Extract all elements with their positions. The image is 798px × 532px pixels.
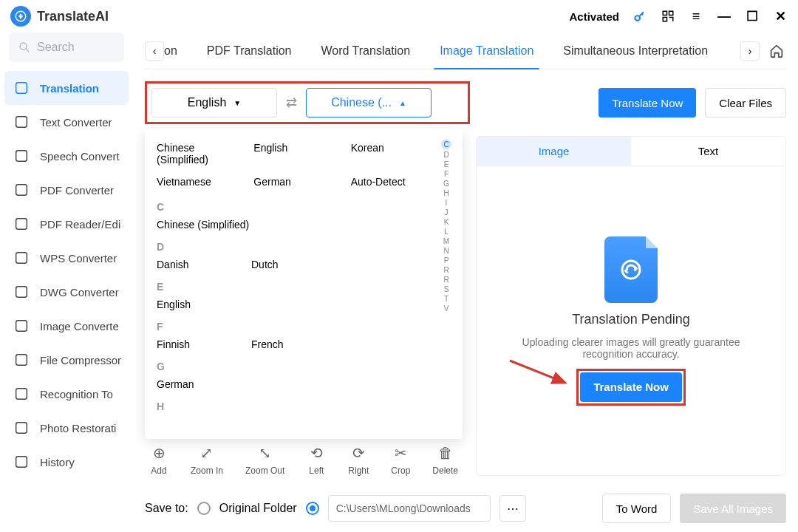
tab-tion[interactable]: tion [164, 33, 192, 69]
to-word-button[interactable]: To Word [602, 494, 672, 523]
sidebar-icon [13, 352, 30, 368]
sidebar-item-image-converte[interactable]: Image Converte [4, 309, 129, 343]
qr-icon[interactable] [661, 9, 675, 24]
translate-now-cta[interactable]: Translate Now [580, 372, 682, 402]
sidebar-item-photo-restorati[interactable]: Photo Restorati [4, 411, 129, 445]
tool-add[interactable]: ⊕Add [149, 443, 168, 476]
tab-simultaneous-interpretation[interactable]: Simultaneous Interpretation [548, 33, 723, 69]
minimize-icon[interactable]: — [717, 9, 732, 24]
index-letter[interactable]: I [446, 199, 448, 207]
swap-icon[interactable]: ⇄ [286, 95, 297, 111]
index-letter[interactable]: J [445, 208, 449, 216]
index-letter[interactable]: H [443, 189, 449, 197]
key-icon[interactable] [632, 9, 647, 24]
index-letter[interactable]: C [441, 139, 451, 149]
browse-button[interactable]: ⋯ [499, 495, 526, 522]
subtab-image[interactable]: Image [477, 137, 631, 166]
tool-zoom-out[interactable]: ⤡Zoom Out [245, 443, 284, 476]
translate-now-button[interactable]: Translate Now [598, 88, 696, 117]
tabs-prev[interactable]: ‹ [145, 41, 164, 61]
home-icon[interactable] [767, 41, 786, 61]
zoom-out-icon: ⤡ [256, 443, 275, 463]
lang-option[interactable]: English [253, 139, 343, 168]
tool-right[interactable]: ⟳Right [348, 443, 369, 476]
sidebar-item-text-converter[interactable]: Text Converter [4, 105, 129, 139]
index-letter[interactable]: F [444, 170, 449, 178]
lang-option[interactable]: French [251, 335, 346, 353]
group-letter: D [157, 241, 440, 253]
tool-left[interactable]: ⟲Left [307, 443, 326, 476]
sidebar-item-recognition-to[interactable]: Recognition To [4, 377, 129, 411]
sidebar-item-translation[interactable]: Translation [4, 71, 129, 105]
sidebar-item-wps-converter[interactable]: WPS Converter [4, 241, 129, 275]
maximize-icon[interactable]: ☐ [745, 9, 760, 24]
tab-image-translation[interactable]: Image Translation [425, 33, 548, 69]
svg-rect-14 [16, 355, 27, 366]
index-letter[interactable]: R [443, 276, 449, 284]
search-input[interactable]: Search [9, 33, 124, 62]
lang-option[interactable]: Auto-Detect [351, 173, 440, 191]
tool-delete[interactable]: 🗑Delete [432, 443, 458, 476]
add-icon: ⊕ [149, 443, 168, 463]
sidebar-item-speech-convert[interactable]: Speech Convert [4, 139, 129, 173]
index-letter[interactable]: T [444, 295, 449, 303]
index-letter[interactable]: L [444, 228, 449, 236]
svg-point-5 [20, 43, 27, 50]
lang-option[interactable]: Chinese (Simplified) [157, 216, 251, 233]
menu-icon[interactable]: ≡ [689, 9, 703, 24]
lang-option[interactable]: Korean [351, 139, 440, 168]
sidebar-item-history[interactable]: History [4, 445, 129, 479]
index-letter[interactable]: S [444, 285, 449, 293]
left-icon: ⟲ [307, 443, 326, 463]
index-letter[interactable]: N [443, 247, 449, 255]
svg-point-1 [635, 16, 640, 21]
alpha-index[interactable]: CDEFGHIJKLMNPRRSTV [440, 139, 452, 429]
lang-option[interactable]: Vietnamese [157, 173, 246, 191]
lang-option[interactable]: German [253, 173, 343, 191]
titlebar: TranslateAI Activated ≡ — ☐ ✕ [0, 0, 798, 33]
svg-rect-16 [16, 423, 27, 434]
app-name: TranslateAI [37, 9, 109, 24]
sidebar-item-pdf-converter[interactable]: PDF Converter [4, 173, 129, 207]
lang-option[interactable]: German [157, 375, 251, 393]
index-letter[interactable]: P [444, 256, 449, 265]
index-letter[interactable]: M [443, 237, 449, 245]
index-letter[interactable]: D [443, 151, 449, 159]
target-language[interactable]: Chinese (... ▲ [306, 88, 432, 117]
sidebar-item-file-compressor[interactable]: File Compressor [4, 343, 129, 377]
language-dropdown: Chinese (Simplified)EnglishKoreanVietnam… [145, 129, 463, 439]
subtab-text[interactable]: Text [631, 137, 785, 166]
search-placeholder: Search [37, 41, 75, 54]
radio-original-folder[interactable] [197, 502, 211, 515]
tab-pdf-translation[interactable]: PDF Translation [192, 33, 307, 69]
app-logo [10, 6, 31, 27]
right-icon: ⟳ [349, 443, 368, 463]
svg-rect-12 [16, 287, 27, 298]
zoom-in-icon: ⤢ [197, 443, 216, 463]
lang-option[interactable]: English [157, 296, 251, 313]
tool-crop[interactable]: ✂Crop [391, 443, 410, 476]
source-language[interactable]: English ▼ [151, 88, 277, 117]
svg-rect-9 [16, 185, 27, 196]
close-icon[interactable]: ✕ [773, 9, 788, 24]
sidebar-item-pdf-reader-edi[interactable]: PDF Reader/Edi [4, 207, 129, 241]
index-letter[interactable]: R [443, 266, 449, 274]
lang-option[interactable]: Danish [157, 256, 251, 273]
lang-option[interactable]: Chinese (Simplified) [157, 139, 246, 168]
save-path-input[interactable]: C:\Users\MLoong\Downloads [328, 495, 491, 522]
radio-custom-path[interactable] [306, 502, 319, 515]
index-letter[interactable]: V [444, 304, 449, 313]
crop-icon: ✂ [391, 443, 410, 463]
sidebar-item-dwg-converter[interactable]: DWG Converter [4, 275, 129, 309]
clear-files-button[interactable]: Clear Files [705, 88, 786, 117]
group-letter: F [157, 321, 440, 332]
index-letter[interactable]: G [443, 180, 449, 188]
index-letter[interactable]: K [444, 218, 449, 226]
index-letter[interactable]: E [444, 160, 449, 168]
tab-word-translation[interactable]: Word Translation [307, 33, 426, 69]
tool-zoom-in[interactable]: ⤢Zoom In [191, 443, 223, 476]
tabs-next[interactable]: › [740, 41, 760, 61]
lang-option[interactable]: Dutch [251, 256, 346, 273]
document-icon [604, 236, 658, 303]
lang-option[interactable]: Finnish [157, 335, 251, 353]
